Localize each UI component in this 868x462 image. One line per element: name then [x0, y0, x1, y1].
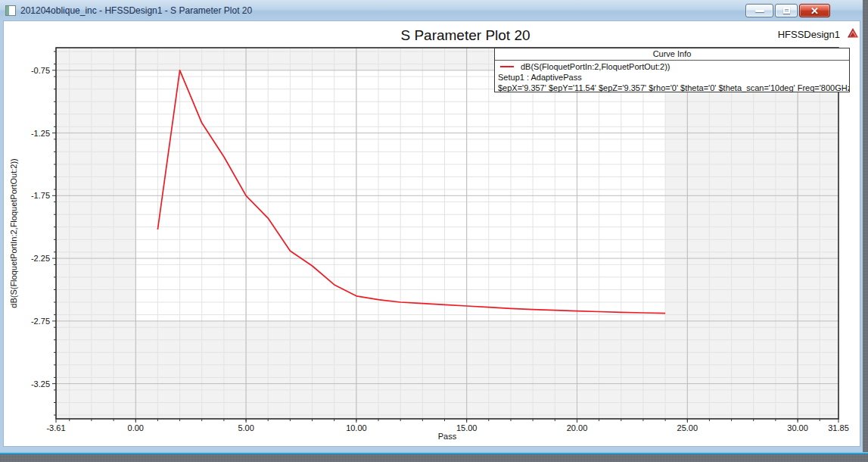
x-axis-label: Pass — [438, 432, 457, 441]
legend-entry-label: dB(S(FloquetPortIn:2,FloquetPortOut:2)) — [521, 61, 670, 72]
x-tick-label: -3.61 — [46, 423, 65, 432]
x-tick-label: 25.00 — [677, 423, 698, 432]
y-tick-label: -2.75 — [31, 317, 50, 326]
legend-setup-line: Setup1 : AdaptivePass — [495, 72, 849, 83]
y-tick-label: -1.75 — [31, 191, 50, 200]
y-tick-label: -1.25 — [31, 129, 50, 138]
x-tick-label: 10.00 — [346, 423, 367, 432]
legend-entry[interactable]: dB(S(FloquetPortIn:2,FloquetPortOut:2)) — [495, 61, 849, 72]
ansys-logo-icon — [847, 27, 859, 39]
x-tick-label: 31.85 — [828, 423, 849, 432]
report-window: 201204oblique_inc - HFSSDesign1 - S Para… — [0, 0, 863, 452]
design-name: HFSSDesign1 — [726, 29, 840, 40]
x-tick-label: 5.00 — [238, 423, 254, 432]
x-tick-label: 30.00 — [787, 423, 808, 432]
y-tick-label: -2.25 — [31, 254, 50, 263]
legend-header: Curve Info — [495, 48, 849, 61]
y-tick-label: -3.25 — [31, 379, 50, 389]
x-tick-label: 0.00 — [128, 423, 144, 432]
x-tick-label: 20.00 — [567, 423, 588, 432]
x-tick-label: 15.00 — [456, 423, 478, 432]
legend-variables-line: $epX='9.357' $epY='11.54' $epZ='9.357' $… — [495, 83, 849, 93]
y-tick-label: -0.75 — [31, 66, 50, 75]
y-axis-label: dB(S(FloquetPortIn:2,FloquetPortOut:2)) — [9, 158, 18, 307]
curve-info-legend[interactable]: Curve Info dB(S(FloquetPortIn:2,FloquetP… — [494, 48, 850, 92]
curve-swatch-icon — [500, 66, 514, 67]
chart-title: S Parameter Plot 20 — [151, 27, 779, 44]
